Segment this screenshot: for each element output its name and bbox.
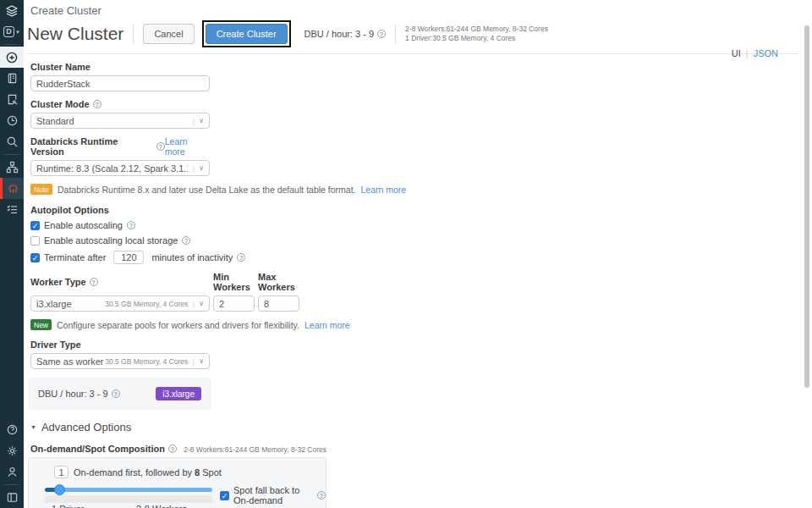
divider [395,24,396,44]
slider-track[interactable] [45,488,212,492]
cluster-name-label: Cluster Name [30,62,802,72]
terminate-after-row: ✓ Terminate after minutes of inactivity … [30,251,802,264]
capacity-workers: 2-8 Workers:61-244 GB Memory, 8-32 Cores [405,25,548,34]
ondemand-count-input[interactable] [54,466,69,478]
user-icon[interactable] [0,461,24,483]
view-toggle: UI|JSON [732,48,778,58]
help-icon[interactable] [0,419,24,440]
composition-line: On-demand first, followed by 8 Spot [54,466,326,478]
settings-gear-icon[interactable] [0,440,24,461]
composition-slider[interactable] [45,484,212,495]
sidebar-item-recents[interactable] [0,110,24,131]
workers-range-label: 2-8 Workers [136,504,187,508]
page-title: New Cluster [27,24,123,44]
sidebar-divider [4,44,19,45]
terminate-minutes-input[interactable] [113,251,144,264]
divider: | [192,163,195,174]
cluster-form: Cluster Name Cluster Mode ? Standard | ∨… [30,62,802,508]
help-icon[interactable]: ? [112,389,120,398]
create-cluster-button-focus-ring: Create Cluster [202,20,291,47]
spot-count: 8 [195,467,200,478]
help-icon[interactable]: ? [317,491,326,500]
worker-type-spec: 30.5 GB Memory, 4 Cores [105,300,188,308]
vertical-scrollbar[interactable] [804,25,809,388]
advanced-options-label: Advanced Options [41,421,131,433]
min-workers-input[interactable] [213,295,255,312]
sidebar-item-clusters[interactable] [0,178,24,199]
spot-fallback-row: ✓ Spot fall back to On-demand ? [220,485,326,505]
dbu-summary-box: DBU / hour: 3 - 9 ? i3.xlarge [28,378,211,410]
workspace-d-icon[interactable]: D ▼ [0,21,24,42]
pools-learn-more-link[interactable]: Learn more [304,320,350,330]
collapse-panel-icon[interactable] [0,487,24,508]
sidebar-item-jobs[interactable] [0,199,24,220]
divider: | [192,356,195,367]
help-icon[interactable]: ? [182,236,190,245]
terminate-after-suffix: minutes of inactivity [151,252,233,262]
help-icon[interactable]: ? [156,142,165,151]
workspace-letter: D [3,26,14,37]
chevron-down-icon: ∨ [199,357,204,365]
enable-local-storage-checkbox[interactable] [30,236,40,246]
max-workers-input[interactable] [258,295,299,312]
chevron-down-icon: ∨ [199,164,204,172]
cluster-mode-label: Cluster Mode ? [30,99,802,109]
view-toggle-ui[interactable]: UI [732,48,741,58]
slider-handle[interactable] [54,484,65,495]
driver-type-spec: 30.5 GB Memory, 4 Cores [105,357,188,366]
driver-count-label: 1 Driver [52,504,85,508]
enable-autoscaling-row: ✓ Enable autoscaling ? [30,220,802,230]
spot-fallback-label: Spot fall back to On-demand [233,485,313,505]
composition-text: On-demand first, followed by 8 Spot [74,467,222,478]
enable-local-storage-row: Enable autoscaling local storage ? [30,235,802,246]
enable-local-storage-label: Enable autoscaling local storage [44,235,178,246]
caret-down-icon: ▼ [30,424,36,430]
cluster-mode-label-text: Cluster Mode [30,99,90,109]
enable-autoscaling-checkbox[interactable]: ✓ [30,221,40,230]
composition-capacity: 2-8 Workers:61-244 GB Memory, 8-32 Cores [184,445,326,454]
chevron-down-icon: ∨ [199,300,204,307]
sidebar-item-models[interactable] [0,157,24,178]
sidebar-item-create[interactable] [0,47,24,68]
driver-type-select[interactable]: Same as worker 30.5 GB Memory, 4 Cores |… [30,353,210,369]
cluster-name-input[interactable] [30,75,210,91]
help-icon[interactable]: ? [127,221,135,229]
note-text: Databricks Runtime 8.x and later use Del… [58,185,356,195]
sidebar-item-notebooks[interactable] [0,68,24,89]
instance-type-badge[interactable]: i3.xlarge [156,387,201,400]
worker-type-value: i3.xlarge [36,299,105,309]
spot-fallback-checkbox[interactable]: ✓ [220,491,229,500]
help-icon[interactable]: ? [377,30,386,38]
cluster-mode-select[interactable]: Standard | ∨ [30,113,210,129]
create-cluster-button[interactable]: Create Cluster [206,24,288,44]
divider [133,24,134,44]
advanced-options-toggle[interactable]: ▼ Advanced Options [30,421,802,433]
databricks-logo-icon[interactable] [0,0,24,21]
cancel-button[interactable]: Cancel [143,24,194,44]
sidebar: D ▼ [0,0,24,508]
pools-note-text: Configure separate pools for workers and… [57,320,299,330]
help-icon[interactable]: ? [237,253,245,262]
composition-header: On-demand/Spot Composition ? 2-8 Workers… [30,444,326,454]
runtime-note: Note Databricks Runtime 8.x and later us… [30,184,802,195]
note-learn-more-link[interactable]: Learn more [361,185,407,195]
help-icon[interactable]: ? [93,100,102,108]
min-workers-label: Min Workers [213,272,255,292]
runtime-select[interactable]: Runtime: 8.3 (Scala 2.12, Spark 3.1.1) |… [30,160,210,176]
runtime-label: Databricks Runtime Version ? [30,136,165,157]
divider: | [746,48,749,58]
sidebar-item-repos[interactable] [0,89,24,110]
terminate-after-checkbox[interactable]: ✓ [30,253,40,262]
worker-type-select[interactable]: i3.xlarge 30.5 GB Memory, 4 Cores | ∨ [30,295,210,312]
dbu-summary-label: DBU / hour: 3 - 9 [38,389,108,399]
sidebar-divider [4,154,19,155]
max-workers-label: Max Workers [258,272,299,292]
help-icon[interactable]: ? [90,278,98,286]
divider: | [192,299,195,309]
runtime-learn-more-link[interactable]: Learn more [165,136,210,157]
sidebar-divider [4,484,19,485]
search-icon[interactable] [0,131,24,152]
runtime-value: Runtime: 8.3 (Scala 2.12, Spark 3.1.1) [36,163,188,174]
help-icon[interactable]: ? [168,444,177,453]
view-toggle-json[interactable]: JSON [754,48,778,58]
